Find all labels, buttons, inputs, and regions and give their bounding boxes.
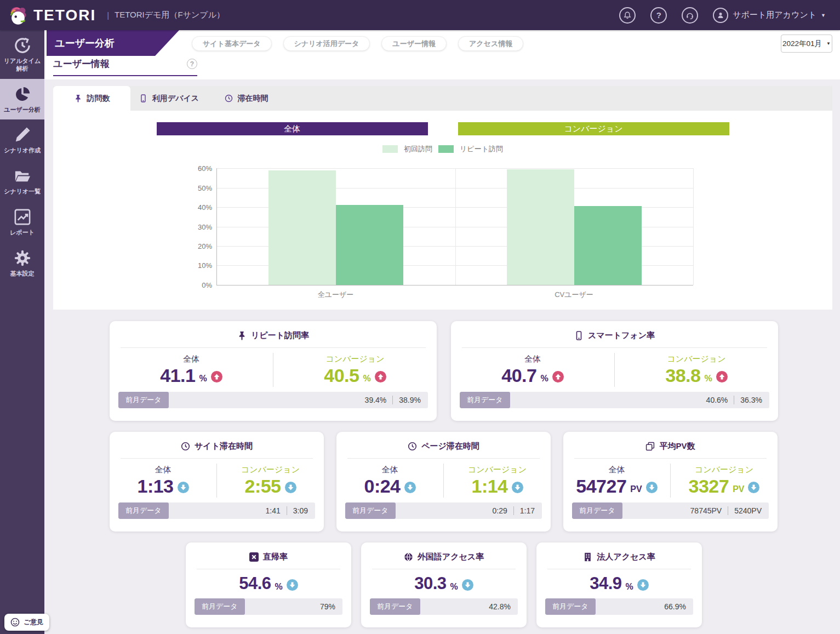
sidebar-item-settings[interactable]: 基本設定 (0, 243, 44, 284)
legend-swatch-first-visit (382, 145, 398, 153)
globe-icon (404, 552, 413, 562)
prev-month-badge: 前月データ (545, 598, 596, 615)
account-name: サポート用アカウント (733, 10, 816, 20)
conversion-unit: % (363, 374, 370, 384)
prev-conversion-value: 36.3% (740, 396, 762, 404)
tab-visits[interactable]: 訪問数 (53, 86, 130, 111)
trend-up-icon (716, 371, 728, 382)
bar-first-visit-cv[interactable] (507, 169, 574, 285)
bar-repeat-visit-cv[interactable] (574, 206, 642, 285)
tetori-mascot-icon (8, 5, 28, 26)
prev-month-badge: 前月データ (572, 502, 622, 519)
sidebar-item-scenario-list[interactable]: シナリオ一覧 (0, 161, 44, 202)
sidebar-item-realtime[interactable]: リアルタイム解析 (0, 30, 44, 79)
tab-label: 滞在時間 (238, 94, 268, 104)
tab-duration[interactable]: 滞在時間 (208, 86, 285, 111)
card-title: スマートフォン率 (588, 330, 655, 341)
card-title: リピート訪問率 (251, 330, 309, 341)
conversion-value: 38.8 (665, 365, 700, 386)
prev-month-badge: 前月データ (460, 392, 510, 408)
prev-conversion-value: 5240PV (734, 506, 762, 515)
bar-first-visit-all[interactable] (268, 170, 336, 285)
card-title: 法人アクセス率 (597, 552, 655, 562)
overall-label: 全体 (336, 465, 443, 475)
x-axis-label-all-users: 全ユーザー (216, 290, 455, 300)
gridline-vertical (693, 168, 694, 285)
account-menu[interactable]: サポート用アカウント ▼ (713, 8, 826, 23)
overall-label: 全体 (563, 465, 670, 475)
prev-month-badge: 前月データ (118, 392, 169, 408)
metric-unit: % (450, 582, 458, 592)
trend-up-icon (552, 371, 564, 382)
conversion-value: 40.5 (324, 365, 359, 386)
pill-user-info[interactable]: ユーザー情報 (381, 36, 447, 51)
legend-label-first-visit: 初回訪問 (404, 144, 432, 154)
brand-separator: | (107, 10, 109, 20)
account-icon (716, 11, 725, 20)
prev-month-badge: 前月データ (370, 598, 420, 615)
period-selector[interactable]: 2022年01月 ▼ (781, 35, 832, 53)
prev-conversion-value: 38.9% (399, 396, 421, 404)
smartphone-icon (574, 331, 584, 340)
feedback-button[interactable]: ご意見 (4, 614, 49, 631)
metric-unit: % (275, 582, 283, 592)
pill-site-basic-data[interactable]: サイト基本データ (192, 36, 272, 51)
prev-overall-value: 0:29 (493, 506, 507, 515)
trend-down-icon (637, 579, 649, 591)
support-button[interactable] (682, 7, 698, 24)
y-axis-tick: 20% (198, 242, 212, 250)
prev-value: 42.8% (489, 602, 511, 611)
pill-access-info[interactable]: アクセス情報 (458, 36, 523, 51)
metric-unit: % (626, 582, 633, 592)
pages-icon (645, 442, 655, 451)
sidebar-item-report[interactable]: レポート (0, 202, 44, 243)
pill-scenario-data[interactable]: シナリオ活用データ (283, 36, 370, 51)
brand-name: TETORI (33, 7, 96, 24)
prev-overall-value: 1:41 (266, 506, 281, 515)
building-icon (583, 552, 592, 562)
tetori-logo[interactable]: TETORI (0, 5, 96, 26)
workspace-name: TETORIデモ用（Fサンプル） (115, 10, 225, 20)
gear-icon (14, 250, 31, 266)
card-average-pv: 平均PV数 全体 54727 PV コンバージョン (563, 432, 778, 532)
card-bounce-rate: 直帰率 54.6 % 前月データ 79% (186, 542, 351, 627)
prev-value: 79% (320, 602, 335, 611)
y-axis-tick: 60% (198, 164, 212, 173)
y-axis-tick: 0% (202, 281, 212, 289)
y-axis-tick: 50% (198, 184, 212, 192)
chart-header-conversion: コンバージョン (458, 122, 729, 135)
card-title: 平均PV数 (659, 441, 695, 452)
report-icon (14, 209, 31, 225)
conversion-value: 2:55 (244, 476, 281, 497)
prev-overall-value: 39.4% (365, 396, 387, 404)
conversion-label: コンバージョン (273, 354, 437, 364)
card-title: 直帰率 (263, 552, 288, 562)
sidebar-item-user-analysis[interactable]: ユーザー分析 (0, 79, 44, 120)
y-axis-tick: 40% (198, 203, 212, 211)
tab-devices[interactable]: 利用デバイス (130, 86, 208, 111)
overall-unit: % (540, 374, 548, 384)
prev-overall-value: 78745PV (690, 506, 722, 515)
bar-repeat-visit-all[interactable] (336, 205, 403, 285)
x-square-icon (249, 552, 259, 562)
subtitle-row: ユーザー情報 ? (53, 58, 197, 76)
conversion-unit: % (704, 374, 712, 384)
overall-unit: % (199, 374, 207, 384)
card-foreign-access-rate: 外国語アクセス率 30.3 % 前月データ 42.8% (361, 542, 527, 627)
category-pills: サイト基本データ シナリオ活用データ ユーザー情報 アクセス情報 (192, 36, 523, 51)
subtitle-help-button[interactable]: ? (187, 59, 197, 69)
x-axis-labels: 全ユーザー CVユーザー (216, 290, 693, 300)
sidebar-item-scenario-create[interactable]: シナリオ作成 (0, 119, 44, 161)
help-button[interactable]: ? (650, 7, 667, 24)
metric-tabs: 訪問数 利用デバイス 滞在時間 (53, 86, 832, 111)
conversion-value: 1:14 (471, 476, 507, 497)
page-subtitle: ユーザー情報 (53, 58, 110, 70)
overall-value: 40.7 (501, 365, 536, 386)
notifications-button[interactable] (619, 7, 636, 24)
overall-label: 全体 (110, 354, 273, 364)
card-site-duration: サイト滞在時間 全体 1:13 コンバージョン (110, 432, 324, 532)
account-avatar (713, 8, 728, 23)
chart-legend: 初回訪問 リピート訪問 (53, 144, 832, 154)
trend-down-icon (287, 579, 298, 591)
card-title: ページ滞在時間 (421, 441, 479, 452)
